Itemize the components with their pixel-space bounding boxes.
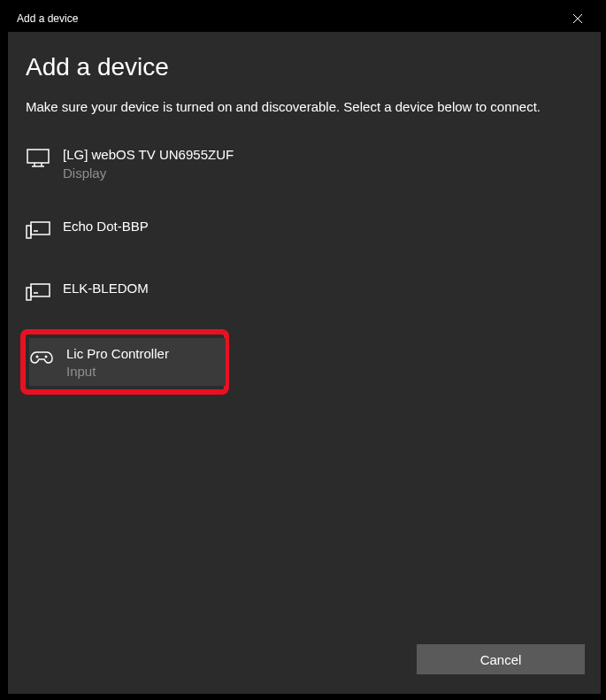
device-info: ELK-BLEDOM [63,280,149,297]
device-info: Echo Dot-BBP [63,218,149,235]
device-info: Lic Pro Controller Input [66,345,169,380]
device-item-echo-dot[interactable]: Echo Dot-BBP [26,209,583,251]
device-item-lg-tv[interactable]: [LG] webOS TV UN6955ZUF Display [26,137,583,189]
device-item-controller[interactable]: Lic Pro Controller Input [29,338,226,387]
svg-point-12 [36,355,39,358]
device-info: [LG] webOS TV UN6955ZUF Display [63,146,234,181]
dialog-footer: Cancel [8,635,601,694]
titlebar-text: Add a device [17,12,78,25]
device-name: ELK-BLEDOM [63,280,149,297]
device-item-elk-bledom[interactable]: ELK-BLEDOM [26,271,583,313]
svg-rect-10 [27,288,31,300]
cancel-button[interactable]: Cancel [417,644,585,674]
device-type: Display [63,165,234,181]
close-button[interactable] [564,5,592,32]
svg-rect-6 [31,222,50,235]
close-icon [572,13,583,24]
dialog-content: Add a device Make sure your device is tu… [8,32,601,635]
svg-rect-7 [27,226,31,238]
dialog-heading: Add a device [26,53,583,81]
device-name: [LG] webOS TV UN6955ZUF [63,146,234,164]
svg-rect-2 [27,150,49,163]
svg-point-13 [45,355,48,358]
device-type: Input [66,364,169,379]
device-name: Lic Pro Controller [66,345,169,363]
gamepad-icon [29,345,54,370]
device-icon [26,218,50,242]
dialog-titlebar: Add a device [8,5,601,32]
monitor-icon [26,146,50,171]
dialog-subtext: Make sure your device is turned on and d… [26,97,583,116]
add-device-dialog: Add a device Add a device Make sure your… [7,4,602,695]
device-icon [26,280,50,304]
device-name: Echo Dot-BBP [63,218,149,235]
svg-rect-9 [31,284,50,296]
highlight-annotation: Lic Pro Controller Input [20,329,229,396]
device-list: [LG] webOS TV UN6955ZUF Display Echo Dot… [26,137,583,618]
